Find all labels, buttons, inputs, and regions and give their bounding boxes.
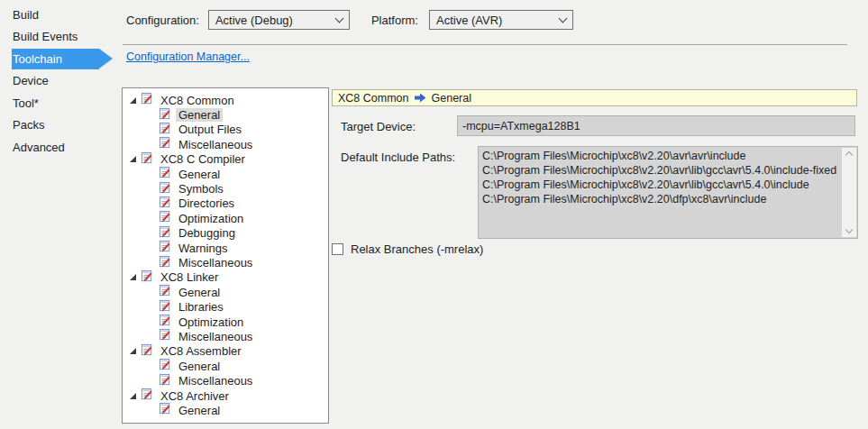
- property-page-icon: [141, 343, 154, 360]
- include-paths-text: C:\Program Files\Microchip\xc8\v2.20\avr…: [482, 149, 840, 236]
- tree-item-xc8-assembler-general[interactable]: General: [123, 359, 328, 373]
- property-page-icon: [159, 136, 172, 152]
- tree-item-label: Miscellaneous: [176, 138, 255, 151]
- tree-item-label: Miscellaneous: [176, 374, 255, 388]
- tree-expander-icon[interactable]: [130, 97, 136, 104]
- tree-item-xc8-common-general[interactable]: General: [123, 107, 328, 122]
- tree-item-xc8-c-compiler-miscellaneous[interactable]: Miscellaneous: [123, 255, 328, 269]
- configuration-label: Configuration:: [126, 14, 199, 27]
- tree-item-xc8-linker-miscellaneous[interactable]: Miscellaneous: [123, 329, 328, 343]
- property-page-icon: [141, 92, 154, 108]
- property-page-icon: [159, 210, 172, 226]
- property-page-icon: [141, 388, 154, 404]
- tree-expander-icon[interactable]: [130, 156, 136, 162]
- sidebar-item-label: Device: [13, 74, 49, 87]
- breadcrumb-child: General: [432, 92, 471, 105]
- sidebar-item-device[interactable]: Device: [0, 70, 120, 93]
- tree-item-xc8-linker-libraries[interactable]: Libraries: [123, 299, 328, 314]
- property-page-icon: [159, 314, 172, 330]
- properties-sidebar: BuildBuild EventsToolchainDeviceTool*Pac…: [0, 4, 120, 159]
- target-device-field[interactable]: -mcpu=ATxmega128B1: [457, 115, 855, 136]
- property-page-icon: [159, 196, 172, 212]
- property-page-icon: [159, 255, 172, 271]
- tree-item-xc8-archiver-general[interactable]: General: [123, 403, 328, 417]
- property-page-icon: [159, 299, 172, 315]
- relax-branches-label: Relax Branches (-mrelax): [351, 242, 483, 256]
- tree-item-xc8-c-compiler-optimization[interactable]: Optimization: [123, 211, 328, 225]
- include-path-line: C:\Program Files\Microchip\xc8\v2.20\dfp…: [482, 192, 840, 206]
- property-page-icon: [159, 402, 172, 418]
- sidebar-item-label: Toolchain: [13, 52, 62, 66]
- tree-item-xc8-c-compiler-warnings[interactable]: Warnings: [123, 241, 328, 255]
- tree-item-label: Optimization: [176, 315, 246, 329]
- tree-item-xc8-c-compiler-general[interactable]: General: [123, 167, 328, 181]
- sidebar-item-label: Build: [13, 8, 39, 22]
- horizontal-separator: [123, 44, 847, 45]
- tree-group-xc8-c-compiler[interactable]: XC8 C Compiler: [123, 152, 328, 167]
- tree-item-xc8-linker-optimization[interactable]: Optimization: [123, 315, 328, 329]
- breadcrumb-parent: XC8 Common: [338, 92, 409, 105]
- sidebar-item-packs[interactable]: Packs: [0, 114, 120, 137]
- tree-item-label: Optimization: [176, 212, 246, 225]
- tree-expander-icon[interactable]: [130, 348, 136, 354]
- tree-item-label: Miscellaneous: [176, 256, 255, 269]
- relax-branches-checkbox[interactable]: [332, 243, 343, 255]
- sidebar-item-label: Packs: [13, 118, 44, 132]
- property-page-icon: [159, 181, 172, 197]
- platform-dropdown-value: Active (AVR): [436, 14, 502, 27]
- sidebar-item-advanced[interactable]: Advanced: [0, 136, 120, 159]
- tree-group-label: XC8 Assembler: [158, 344, 244, 358]
- scroll-up-icon[interactable]: [845, 151, 853, 159]
- tree-group-label: XC8 C Compiler: [158, 152, 248, 166]
- tree-item-xc8-c-compiler-directories[interactable]: Directories: [123, 196, 328, 211]
- property-page-icon: [159, 358, 172, 374]
- tree-group-xc8-linker[interactable]: XC8 Linker: [123, 270, 328, 285]
- sidebar-item-tool[interactable]: Tool*: [0, 92, 120, 114]
- tree-item-label: Debugging: [176, 226, 238, 240]
- tree-group-xc8-assembler[interactable]: XC8 Assembler: [123, 344, 328, 359]
- chevron-down-icon: [335, 14, 344, 23]
- sidebar-item-toolchain[interactable]: Toolchain: [0, 48, 120, 70]
- include-paths-label: Default Include Paths:: [341, 151, 455, 164]
- tree-item-xc8-assembler-miscellaneous[interactable]: Miscellaneous: [123, 373, 328, 388]
- tree-item-label: Directories: [176, 196, 237, 210]
- sidebar-item-label: Advanced: [13, 141, 65, 154]
- tree-item-xc8-common-miscellaneous[interactable]: Miscellaneous: [123, 137, 328, 151]
- sidebar-item-label: Tool*: [13, 96, 39, 110]
- sidebar-item-build-events[interactable]: Build Events: [0, 26, 120, 49]
- tree-item-label: Warnings: [176, 242, 230, 255]
- include-paths-field[interactable]: C:\Program Files\Microchip\xc8\v2.20\avr…: [478, 146, 858, 239]
- include-paths-scrollbar[interactable]: [842, 148, 856, 237]
- include-path-line: C:\Program Files\Microchip\xc8\v2.20\avr…: [482, 163, 840, 178]
- tree-item-label: Symbols: [176, 182, 226, 196]
- property-page-icon: [159, 328, 172, 344]
- scroll-down-icon[interactable]: [845, 226, 853, 233]
- tree-item-label: Libraries: [176, 300, 226, 314]
- property-page-icon: [159, 122, 172, 138]
- configuration-bar: Configuration: Active (Debug) Platform: …: [126, 10, 573, 30]
- settings-breadcrumb-bar: XC8 Common General: [332, 89, 857, 106]
- sidebar-item-label: Build Events: [13, 30, 78, 43]
- project-properties-page: BuildBuild EventsToolchainDeviceTool*Pac…: [0, 0, 868, 429]
- configuration-dropdown[interactable]: Active (Debug): [208, 10, 350, 30]
- tree-item-xc8-linker-general[interactable]: General: [123, 285, 328, 299]
- toolchain-tree: XC8 CommonGeneralOutput FilesMiscellaneo…: [122, 87, 329, 424]
- tree-group-xc8-common[interactable]: XC8 Common: [123, 93, 328, 107]
- include-path-line: C:\Program Files\Microchip\xc8\v2.20\avr…: [482, 149, 840, 163]
- relax-branches-row: Relax Branches (-mrelax): [332, 242, 483, 256]
- property-page-icon: [159, 373, 172, 389]
- tree-expander-icon[interactable]: [130, 393, 136, 399]
- tree-item-xc8-common-output-files[interactable]: Output Files: [123, 123, 328, 137]
- property-page-icon: [159, 284, 172, 300]
- tree-item-label: Output Files: [176, 123, 244, 136]
- sidebar-item-build[interactable]: Build: [0, 4, 120, 26]
- platform-dropdown[interactable]: Active (AVR): [429, 10, 573, 30]
- tree-group-xc8-archiver[interactable]: XC8 Archiver: [123, 388, 328, 403]
- tree-expander-icon[interactable]: [130, 274, 136, 280]
- configuration-manager-link[interactable]: Configuration Manager...: [126, 50, 250, 63]
- tree-item-xc8-c-compiler-symbols[interactable]: Symbols: [123, 181, 328, 196]
- tree-item-xc8-c-compiler-debugging[interactable]: Debugging: [123, 226, 328, 241]
- chevron-down-icon: [559, 14, 568, 23]
- tree-group-label: XC8 Linker: [158, 270, 221, 284]
- property-page-icon: [159, 225, 172, 242]
